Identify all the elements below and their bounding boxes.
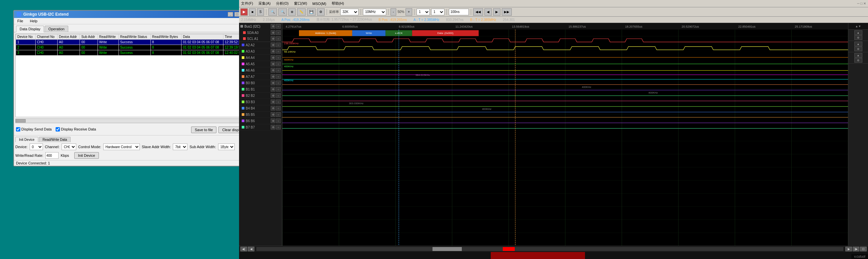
ch-eye-btn-A6[interactable]: ○ xyxy=(276,68,281,72)
nav-prev-btn[interactable]: ◀ xyxy=(248,247,254,251)
minimize-button[interactable]: _ xyxy=(228,12,233,17)
ctrl-sda-up[interactable]: ▲ xyxy=(854,42,862,46)
ctrl-scl-settings[interactable]: ⚙ xyxy=(854,58,862,63)
ch-settings-btn-A2[interactable]: ⚙ xyxy=(271,43,275,47)
nav-first-btn[interactable]: ◀| xyxy=(240,247,247,251)
bus-header[interactable]: Bus1 (I2C) ⚙ ○ xyxy=(239,23,282,30)
waveform-area[interactable]: 4.279147us 6.600565us 8.921083us 11.2434… xyxy=(282,23,848,246)
ch-settings-btn-B4[interactable]: ⚙ xyxy=(271,106,275,110)
ch-eye-btn-B2[interactable]: ○ xyxy=(276,93,281,98)
scope-menu-mso[interactable]: MSO(M) xyxy=(312,2,326,6)
ch-settings-btn-A5[interactable]: ⚙ xyxy=(271,62,275,66)
menu-help[interactable]: Help xyxy=(29,19,39,23)
init-device-button[interactable]: Init Device xyxy=(74,152,98,159)
table-row[interactable]: 1 CH0 A0 00 Write Success 8 01 02 03 04 … xyxy=(16,40,247,45)
ctrl-bus-up[interactable]: ▲ xyxy=(854,30,862,35)
scope-menu-capture[interactable]: 采集(A) xyxy=(258,1,271,6)
cursor-button[interactable]: ⊕ xyxy=(288,8,296,15)
sda-eye-btn[interactable]: ○ xyxy=(276,30,281,35)
nav-prev-button[interactable]: ◀◀ xyxy=(473,8,483,15)
write-read-rate-input[interactable] xyxy=(45,152,59,159)
device-select[interactable]: 0 xyxy=(30,143,43,150)
tab-operation[interactable]: Operation xyxy=(44,26,68,32)
zoom-in-button[interactable]: 🔍 xyxy=(268,8,277,15)
display-receive-checkbox[interactable] xyxy=(56,127,60,131)
ch-settings-btn-B7[interactable]: ⚙ xyxy=(271,125,275,129)
ch-eye-btn-A3[interactable]: ○ xyxy=(276,49,281,54)
settings-button[interactable]: ⚙ xyxy=(317,8,324,15)
stop-button[interactable]: ■ xyxy=(249,8,256,15)
display-send-label: Display Send Data xyxy=(16,127,52,131)
run-button[interactable]: ▶ xyxy=(240,8,248,15)
nav-next-btn[interactable]: ▶ xyxy=(845,247,852,251)
display-send-checkbox[interactable] xyxy=(16,127,20,131)
slave-addr-select[interactable]: 7bit xyxy=(173,143,187,150)
scope-menu-file[interactable]: 文件(F) xyxy=(241,1,253,6)
scl-eye-btn[interactable]: ○ xyxy=(276,36,281,41)
zoom-out-button[interactable]: 🔍 xyxy=(278,8,287,15)
ch-settings-btn-B3[interactable]: ⚙ xyxy=(271,100,275,104)
sda-settings-btn[interactable]: ⚙ xyxy=(271,30,275,35)
svg-text:384.615KHz: 384.615KHz xyxy=(415,73,430,76)
ctrl-sda-settings[interactable]: ⚙ xyxy=(854,46,862,51)
nav-back-button[interactable]: ◀ xyxy=(485,8,492,15)
timeline-track[interactable] xyxy=(256,247,843,251)
nav-last-btn[interactable]: |▶ xyxy=(853,247,859,251)
tab-read-write-data[interactable]: Read/Write Data xyxy=(39,137,71,142)
table-row[interactable]: 2 CH0 A0 00 Write Success 8 01 02 03 04 … xyxy=(16,45,247,50)
ch-settings-btn-B6[interactable]: ⚙ xyxy=(271,119,275,123)
ch-color-B0 xyxy=(242,82,244,84)
control-mode-select[interactable]: Hardware Control xyxy=(103,143,140,150)
scope-menu-help[interactable]: 帮助(H) xyxy=(332,1,344,6)
nav-next-button[interactable]: ▶▶ xyxy=(502,8,512,15)
nav-expand-btn[interactable]: ⊡ xyxy=(860,247,867,251)
ch-eye-btn-B4[interactable]: ○ xyxy=(276,106,281,110)
tab-init-device[interactable]: Init Device xyxy=(15,137,38,142)
ch-settings-btn-A7[interactable]: ⚙ xyxy=(271,74,275,79)
single-button[interactable]: S xyxy=(257,8,264,15)
ctrl-bus-settings[interactable]: ⚙ xyxy=(854,35,862,40)
ctrl-scl-up[interactable]: ▲ xyxy=(854,53,862,58)
cell-status: Success xyxy=(119,40,151,45)
time-input[interactable] xyxy=(449,9,469,15)
ch-settings-btn-A4[interactable]: ⚙ xyxy=(271,55,275,60)
scl-settings-btn[interactable]: ⚙ xyxy=(271,36,275,41)
table-row[interactable]: 3 CH0 A0 00 Write Success 8 01 02 03 04 … xyxy=(16,50,247,56)
nav-forward-button[interactable]: ▶ xyxy=(493,8,500,15)
ch-eye-btn-A4[interactable]: ○ xyxy=(276,55,281,60)
save-to-file-button[interactable]: Save to file xyxy=(191,127,216,133)
ch-eye-btn-A5[interactable]: ○ xyxy=(276,62,281,66)
ch-eye-btn-B0[interactable]: ○ xyxy=(276,80,281,85)
bus-settings-btn[interactable]: ⚙ xyxy=(271,24,275,29)
ch-settings-btn-B1[interactable]: ⚙ xyxy=(271,87,275,92)
ch1-select[interactable]: 1 xyxy=(416,9,430,15)
ch-settings-btn-B5[interactable]: ⚙ xyxy=(271,112,275,117)
channel-select[interactable]: CH0 xyxy=(62,143,76,150)
sub-addr-select[interactable]: 1Byte xyxy=(218,143,235,150)
measure-button[interactable]: 📏 xyxy=(297,8,306,15)
zoom-plus-button[interactable]: + xyxy=(406,8,412,15)
ch-settings-btn-A3[interactable]: ⚙ xyxy=(271,49,275,54)
ch-eye-btn-B7[interactable]: ○ xyxy=(276,125,281,129)
scope-menu-window[interactable]: 窗口(W) xyxy=(294,1,307,6)
bus-eye-btn[interactable]: ○ xyxy=(276,24,281,29)
ch-eye-btn-A2[interactable]: ○ xyxy=(276,43,281,47)
scope-menu-analyze[interactable]: 分析(O) xyxy=(276,1,289,6)
ch-settings-btn-A6[interactable]: ⚙ xyxy=(271,68,275,72)
ch-eye-btn-B5[interactable]: ○ xyxy=(276,112,281,117)
export-button[interactable]: 💾 xyxy=(307,8,316,15)
menu-file[interactable]: File xyxy=(16,19,25,23)
ch-settings-btn-B2[interactable]: ⚙ xyxy=(271,93,275,98)
horizontal-scrollbar[interactable] xyxy=(15,119,248,123)
ch-eye-btn-A7[interactable]: ○ xyxy=(276,74,281,79)
sample-rate-select[interactable]: 32K xyxy=(340,9,359,15)
zoom-minus-button[interactable]: - xyxy=(391,8,396,15)
ch-eye-btn-B6[interactable]: ○ xyxy=(276,119,281,123)
ch-eye-btn-B3[interactable]: ○ xyxy=(276,100,281,104)
timebase-select[interactable]: 10MHz xyxy=(363,9,386,15)
tab-data-display[interactable]: Data Display xyxy=(16,26,44,32)
ch-eye-btn-B1[interactable]: ○ xyxy=(276,87,281,92)
cell-device-no: 1 xyxy=(16,40,36,45)
ch-settings-btn-B0[interactable]: ⚙ xyxy=(271,80,275,85)
ch2-select[interactable]: 1 xyxy=(431,9,444,15)
